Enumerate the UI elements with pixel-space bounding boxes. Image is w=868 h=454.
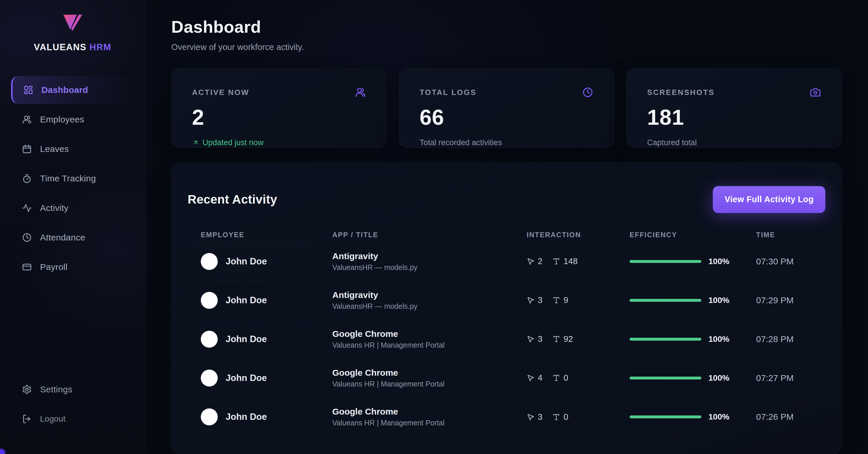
stat-note-text: Captured total — [647, 138, 697, 147]
efficiency-label: 100% — [708, 296, 730, 305]
stat-label: SCREENSHOTS — [647, 88, 715, 97]
stat-label: TOTAL LOGS — [420, 88, 477, 97]
type-icon — [552, 335, 560, 343]
timer-icon — [22, 173, 32, 184]
settings-icon — [22, 385, 32, 394]
table-row[interactable]: John DoeAntigravityValueansHR — models.p… — [188, 281, 825, 320]
sidebar-nav: DashboardEmployeesLeavesTime TrackingAct… — [0, 76, 145, 281]
app-subtitle: Valueans HR | Management Portal — [332, 341, 527, 349]
table-body: John DoeAntigravityValueansHR — models.p… — [188, 242, 825, 436]
clock-icon — [22, 232, 32, 242]
sidebar-item-activity[interactable]: Activity — [0, 194, 140, 222]
type-icon — [552, 257, 560, 265]
avatar — [201, 253, 218, 270]
efficiency-label: 100% — [708, 334, 730, 344]
table-row[interactable]: John DoeGoogle ChromeValueans HR | Manag… — [188, 359, 825, 398]
column-header-employee: EMPLOYEE — [201, 231, 332, 239]
stat-note-text: Updated just now — [203, 138, 264, 147]
mouse-pointer-icon — [527, 257, 534, 265]
mouse-pointer-icon — [527, 296, 534, 304]
sidebar-item-label: Dashboard — [41, 85, 88, 95]
brand-logo-icon — [63, 14, 83, 32]
column-header-efficiency: EFFICIENCY — [629, 231, 756, 239]
camera-icon — [810, 87, 821, 98]
click-count: 3 — [538, 295, 542, 305]
key-count: 9 — [563, 295, 568, 305]
sidebar-item-label: Time Tracking — [40, 173, 96, 184]
activity-time: 07:30 PM — [756, 257, 812, 266]
sidebar-item-label: Employees — [40, 115, 84, 125]
efficiency-label: 100% — [708, 374, 730, 383]
key-count: 0 — [563, 373, 568, 383]
click-count: 3 — [538, 412, 542, 422]
stat-note-text: Total recorded activities — [420, 138, 502, 147]
app-name: Google Chrome — [332, 329, 527, 339]
stat-note: Updated just now — [192, 138, 366, 147]
click-count: 4 — [538, 373, 542, 383]
stat-card-active-now: ACTIVE NOW2Updated just now — [171, 68, 386, 148]
efficiency-bar — [629, 260, 702, 263]
payroll-icon — [22, 262, 32, 272]
activity-time: 07:26 PM — [756, 412, 812, 422]
efficiency-label: 100% — [708, 257, 730, 266]
employee-name: John Doe — [226, 373, 267, 383]
panel-title: Recent Activity — [188, 193, 277, 206]
avatar — [201, 331, 218, 348]
employee-name: John Doe — [226, 295, 267, 305]
logout-icon — [22, 414, 32, 424]
avatar — [201, 369, 218, 387]
brand-name: VALUEANSHRM — [34, 42, 111, 53]
users-icon — [355, 87, 366, 98]
key-count: 0 — [563, 412, 568, 422]
mouse-pointer-icon — [527, 335, 534, 343]
app-root: VALUEANSHRM DashboardEmployeesLeavesTime… — [0, 0, 868, 454]
avatar — [201, 409, 218, 425]
arrow-up-right-icon — [192, 139, 199, 146]
dashboard-icon — [23, 85, 33, 95]
panel-header: Recent Activity View Full Activity Log — [188, 186, 825, 213]
employees-icon — [22, 115, 32, 125]
stat-note: Total recorded activities — [420, 138, 594, 147]
activity-time: 07:28 PM — [756, 334, 812, 344]
app-name: Antigravity — [332, 290, 527, 300]
sidebar-item-time-tracking[interactable]: Time Tracking — [0, 164, 140, 193]
table-row[interactable]: John DoeGoogle ChromeValueans HR | Manag… — [188, 398, 825, 436]
type-icon — [552, 374, 560, 382]
sidebar-item-label: Logout — [40, 414, 65, 424]
table-row[interactable]: John DoeAntigravityValueansHR — models.p… — [188, 242, 825, 281]
efficiency-bar — [629, 415, 702, 418]
activity-icon — [22, 203, 32, 213]
sidebar-item-attendance[interactable]: Attendance — [0, 224, 140, 252]
view-full-activity-log-button[interactable]: View Full Activity Log — [713, 186, 825, 213]
calendar-icon — [22, 144, 32, 154]
clock-icon — [582, 87, 593, 98]
sidebar-item-payroll[interactable]: Payroll — [0, 253, 140, 281]
stat-label: ACTIVE NOW — [192, 88, 249, 97]
employee-name: John Doe — [226, 256, 267, 267]
efficiency-label: 100% — [708, 412, 730, 422]
type-icon — [552, 296, 560, 304]
sidebar-item-label: Settings — [40, 385, 72, 394]
page-title: Dashboard — [171, 18, 842, 36]
key-count: 148 — [563, 257, 578, 266]
column-header-time: TIME — [756, 231, 812, 239]
sidebar-item-label: Attendance — [40, 232, 85, 242]
table-row[interactable]: John DoeGoogle ChromeValueans HR | Manag… — [188, 320, 825, 359]
activity-time: 07:27 PM — [756, 373, 812, 383]
sidebar-item-settings[interactable]: Settings — [0, 376, 140, 403]
click-count: 3 — [538, 334, 542, 344]
brand: VALUEANSHRM — [0, 0, 145, 53]
avatar — [201, 292, 218, 309]
app-subtitle: ValueansHR — models.py — [332, 263, 527, 272]
main-content: Dashboard Overview of your workforce act… — [146, 0, 868, 454]
sidebar-item-dashboard[interactable]: Dashboard — [11, 76, 140, 104]
stat-note: Captured total — [647, 138, 821, 147]
sidebar: VALUEANSHRM DashboardEmployeesLeavesTime… — [0, 0, 146, 454]
type-icon — [552, 413, 560, 421]
sidebar-item-logout[interactable]: Logout — [0, 405, 140, 433]
sidebar-item-label: Leaves — [40, 144, 69, 154]
sidebar-item-leaves[interactable]: Leaves — [0, 135, 140, 163]
sidebar-item-label: Payroll — [40, 262, 67, 272]
recent-activity-panel: Recent Activity View Full Activity Log E… — [171, 162, 842, 454]
sidebar-item-employees[interactable]: Employees — [0, 105, 140, 133]
